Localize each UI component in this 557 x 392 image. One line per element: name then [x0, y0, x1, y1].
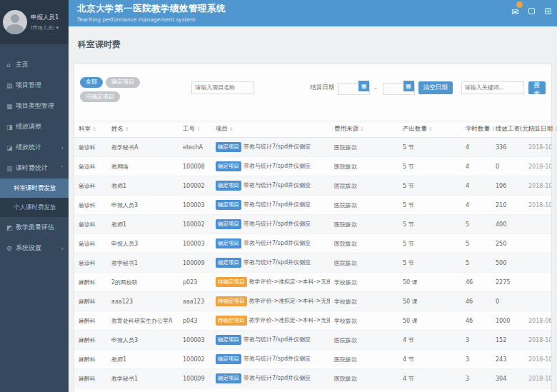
settle-date-cell: 2018-10-23 00:00:00	[524, 350, 551, 369]
messages-button[interactable]: ✉	[511, 4, 518, 18]
sidebar-item-3[interactable]: ▦项目类型管理	[0, 96, 69, 116]
hours-cell: 46	[461, 273, 491, 292]
sidebar-item-2[interactable]: ▤项目管理	[0, 75, 69, 96]
submenu-item[interactable]: 个人课时费发放	[0, 198, 69, 217]
column-header[interactable]: 结算日期↕	[524, 121, 551, 138]
sidebar-item-1[interactable]: ⌂主页	[0, 54, 69, 75]
hours-cell: 5	[461, 253, 491, 273]
output-cell: 5 节	[398, 215, 461, 234]
source-cell: 医院拨款	[330, 331, 398, 350]
project-cell: 确定项目带教与统计7/spd并仅侧应	[211, 157, 330, 176]
project-status-badge[interactable]: 确定项目	[216, 238, 241, 248]
sidebar-item-5[interactable]: ◪绩效统计›	[0, 137, 69, 158]
hours-cell: 3	[461, 350, 491, 369]
status-filter-group: 全部确定项目待确定项目	[80, 73, 144, 102]
employee-id-cell: p043	[179, 311, 211, 331]
settle-date-cell: 2018-10-23 00:00:00	[524, 138, 551, 157]
message-icon: ✉	[511, 7, 518, 17]
employee-id-cell: 100002	[179, 350, 211, 369]
output-cell: 5 节	[398, 234, 461, 253]
hours-cell: 4	[461, 157, 491, 176]
calendar-icon[interactable]: ▦	[403, 81, 414, 91]
source-cell: 医院拨款	[330, 196, 398, 215]
sidebar-item-6[interactable]: ▥课时费统计˅	[0, 158, 69, 179]
dept-cell: 急诊科	[74, 196, 107, 215]
name-cell: 申报人员3	[107, 234, 179, 253]
project-status-badge[interactable]: 待确定项目	[216, 316, 247, 326]
filter-pill[interactable]: 确定项目	[106, 77, 140, 88]
sort-icon: ↕	[428, 126, 433, 132]
salary-cell: 0	[491, 157, 524, 176]
settings-icon[interactable]	[528, 8, 535, 14]
apps-icon[interactable]	[545, 8, 551, 14]
employee-id-cell: 100002	[179, 176, 211, 196]
chevron-right-icon: ›	[61, 245, 64, 252]
search-button[interactable]: 搜索	[528, 81, 546, 94]
dept-cell: 急诊科	[74, 176, 107, 196]
employee-id-cell: 100009	[179, 369, 211, 388]
column-header[interactable]: 姓名↕	[107, 121, 179, 138]
chart-icon: ◩	[6, 224, 16, 231]
project-name: 带教与统计7/spd并仅侧应	[244, 221, 311, 227]
dept-cell: 急诊科	[74, 253, 107, 273]
employee-id-cell: 100003	[179, 331, 211, 350]
project-status-badge[interactable]: 确定项目	[216, 181, 241, 191]
sidebar-item-8[interactable]: ⚙系统设置›	[0, 238, 69, 258]
output-cell: 50 产出单位	[398, 388, 461, 392]
employee-id-cell: etechA	[179, 138, 211, 157]
column-header[interactable]: 学时数量↕	[461, 121, 491, 138]
fees-table: 科室↕姓名↕工号↕项目↕费用来源↕产出数量↕学时数量↕绩效工资(元)↕结算日期↕…	[74, 121, 551, 392]
project-name: 带教与统计7/spd并仅侧应	[244, 144, 311, 150]
settle-date-cell: 2018-06-30 00:00:00	[524, 311, 551, 331]
column-header[interactable]: 费用来源↕	[330, 121, 398, 138]
project-status-badge[interactable]: 确定项目	[216, 161, 241, 171]
calendar-icon[interactable]: ▦	[358, 81, 369, 91]
salary-cell: 0	[491, 292, 524, 311]
keyword-input[interactable]	[461, 81, 524, 94]
project-cell: 待确定项目教学评价->准拟定->本科->无接受人	[211, 311, 330, 331]
project-status-badge[interactable]: 确定项目	[216, 219, 241, 229]
sidebar-item-4[interactable]: ◨绩效调整	[0, 116, 69, 137]
sidebar-menu: ⌂主页▤项目管理▦项目类型管理◨绩效调整◪绩效统计›▥课时费统计˅科室课时费发放…	[0, 44, 69, 258]
clear-date-button[interactable]: 清空日期	[418, 81, 453, 94]
column-header[interactable]: 工号↕	[179, 121, 211, 138]
main-content: 科室课时费 全部确定项目待确定项目 结算日期 ▦ - ▦ 清空日期 搜索	[69, 26, 557, 392]
filter-pill[interactable]: 全部	[80, 77, 103, 88]
column-header[interactable]: 项目↕	[211, 121, 330, 138]
table-row: 急诊科教师1100002确定项目带教与统计7/spd并仅侧应医院拨款5 节410…	[74, 176, 551, 196]
filter-pill[interactable]: 待确定项目	[80, 91, 120, 102]
salary-cell: 336	[491, 138, 524, 157]
submenu-item[interactable]: 科室课时费发放	[0, 179, 69, 198]
output-cell: 5 节	[398, 138, 461, 157]
settle-date-cell: 2018-10-23 00:00:00	[524, 176, 551, 196]
output-cell: 5 节	[398, 157, 461, 176]
project-status-badge[interactable]: 确定项目	[216, 354, 241, 364]
project-cell: 确定项目带教与统计7/spd并仅侧应	[211, 350, 330, 369]
employee-id-cell: 100009	[179, 253, 211, 273]
user-panel[interactable]: 申报人员1 (申报人员) ▾	[0, 0, 69, 44]
output-cell: 5 节	[398, 253, 461, 273]
project-name-input[interactable]	[191, 81, 254, 94]
user-role-dropdown[interactable]: (申报人员) ▾	[31, 24, 59, 31]
name-cell: 教师1	[107, 215, 179, 234]
column-header[interactable]: 产出数量↕	[398, 121, 461, 138]
settle-date-cell	[524, 215, 551, 234]
submenu: 科室课时费发放个人课时费发放	[0, 179, 69, 217]
project-status-badge[interactable]: 待确定项目	[216, 277, 247, 287]
dept-cell: 急诊科	[74, 215, 107, 234]
project-status-badge[interactable]: 待确定项目	[216, 296, 247, 306]
project-status-badge[interactable]: 确定项目	[216, 142, 241, 152]
project-status-badge[interactable]: 确定项目	[216, 200, 241, 210]
hours-cell: 5	[461, 215, 491, 234]
sidebar-item-7[interactable]: ◩教学质量评估	[0, 217, 69, 238]
sidebar-item-label: 项目类型管理	[16, 101, 54, 111]
project-status-badge[interactable]: 确定项目	[216, 258, 241, 268]
salary-cell: 1787	[491, 388, 524, 392]
column-header[interactable]: 绩效工资(元)↕	[491, 121, 524, 138]
salary-cell: 250	[491, 234, 524, 253]
output-cell: 5 节	[398, 196, 461, 215]
project-status-badge[interactable]: 确定项目	[216, 373, 241, 383]
project-status-badge[interactable]: 确定项目	[216, 335, 241, 345]
column-header[interactable]: 科室↕	[74, 121, 107, 138]
employee-id-cell: 100003	[179, 234, 211, 253]
